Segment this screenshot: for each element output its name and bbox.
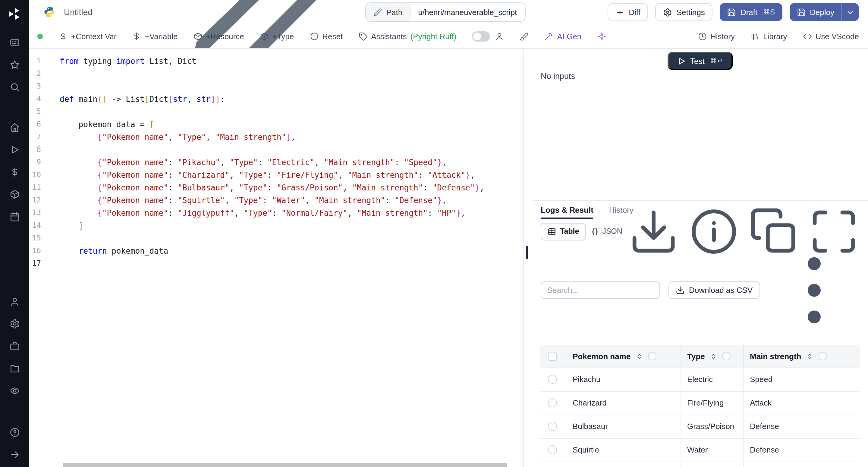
column-header: Pokemon name xyxy=(567,345,681,367)
table-row[interactable]: SquirtleWaterDefense xyxy=(540,438,860,462)
result-table: Pokemon nameTypeMain strength PikachuEle… xyxy=(540,345,860,467)
cell-value: Speed xyxy=(750,375,772,384)
path-label: Path xyxy=(386,7,403,17)
add-resource-button[interactable]: +Resource xyxy=(193,32,244,41)
dollar-icon xyxy=(59,32,67,41)
download-csv-button[interactable]: Download as CSV xyxy=(669,282,760,299)
column-header: Type xyxy=(681,345,744,367)
boxes-icon[interactable] xyxy=(0,183,29,206)
test-button[interactable]: Test ⌘↵ xyxy=(667,52,733,70)
sort-icon[interactable] xyxy=(806,352,814,360)
row-checkbox[interactable] xyxy=(548,398,557,407)
column-label: Pokemon name xyxy=(572,352,630,361)
column-filter-checkbox[interactable] xyxy=(648,352,656,360)
status-dot xyxy=(37,33,43,39)
code-line: 14 ] xyxy=(29,219,523,232)
deploy-dropdown-button[interactable] xyxy=(841,3,859,21)
library-button[interactable]: Library xyxy=(750,32,787,41)
code-line: 16 return pokemon_data xyxy=(29,245,523,257)
sidebar-group-0 xyxy=(0,31,29,98)
cell-value: Charizard xyxy=(572,398,607,407)
view-table-button[interactable]: Table xyxy=(541,223,586,240)
play-icon xyxy=(677,56,686,65)
result-controls: Table {} JSON xyxy=(532,219,868,244)
braces-icon: {} xyxy=(592,227,598,236)
settings-button[interactable]: Settings xyxy=(655,3,713,21)
format-code-button[interactable] xyxy=(520,32,529,41)
no-inputs-text: No inputs xyxy=(541,72,575,81)
table-menu-button[interactable] xyxy=(768,245,860,336)
add-context-var-button[interactable]: +Context Var xyxy=(59,32,117,41)
row-checkbox[interactable] xyxy=(548,445,557,454)
tab-logs-result[interactable]: Logs & Result xyxy=(541,201,593,219)
cell-value: Pikachu xyxy=(572,375,601,384)
cell-value: Defense xyxy=(750,422,779,431)
table-row[interactable]: JigglypuffNormal/FairyHP xyxy=(540,462,860,467)
diff-button[interactable]: Diff xyxy=(608,3,648,21)
arrow-right-icon[interactable] xyxy=(0,443,29,466)
path-chip[interactable]: Path xyxy=(366,3,410,21)
select-all-checkbox[interactable] xyxy=(548,352,557,361)
ai-gen-button[interactable]: AI Gen xyxy=(544,32,581,41)
dollar-icon[interactable] xyxy=(0,161,29,183)
column-label: Type xyxy=(687,352,705,361)
briefcase-icon[interactable] xyxy=(0,335,29,357)
gear-icon[interactable] xyxy=(0,313,29,335)
deploy-button[interactable]: Deploy xyxy=(789,3,841,21)
wand-icon xyxy=(544,32,553,41)
table-header-row: Pokemon nameTypeMain strength xyxy=(540,345,860,368)
path-pill[interactable]: Path u/henri/maneuverable_script xyxy=(365,2,526,22)
row-checkbox[interactable] xyxy=(548,375,557,384)
user-icon[interactable] xyxy=(0,290,29,313)
row-checkbox[interactable] xyxy=(548,422,557,431)
deploy-icon xyxy=(797,7,806,17)
eye-icon[interactable] xyxy=(0,380,29,402)
multiplayer-toggle-group xyxy=(472,31,504,41)
line-number: 2 xyxy=(29,67,41,80)
ai-sparkles-button[interactable] xyxy=(597,32,606,41)
code-line: 7 ["Pokemon name", "Type", "Main strengt… xyxy=(29,131,523,144)
table-row[interactable]: BulbasaurGrass/PoisonDefense xyxy=(540,415,860,438)
column-filter-checkbox[interactable] xyxy=(722,352,731,360)
column-header: Main strength xyxy=(744,345,860,367)
history-button[interactable]: History xyxy=(698,32,735,41)
sidebar-group-3 xyxy=(0,421,29,466)
column-filter-checkbox[interactable] xyxy=(818,352,827,360)
table-row[interactable]: PikachuElectricSpeed xyxy=(540,368,860,392)
line-number: 9 xyxy=(29,156,41,169)
draft-button[interactable]: Draft ⌘S xyxy=(720,3,782,21)
add-variable-button[interactable]: +Variable xyxy=(132,32,178,41)
script-title[interactable]: Untitled xyxy=(64,7,93,17)
assistants-button[interactable]: Assistants (Pyright Ruff) xyxy=(358,32,456,41)
windmill-logo[interactable] xyxy=(7,6,22,22)
table-search-row: Download as CSV xyxy=(532,244,868,336)
python-logo-icon xyxy=(43,6,56,18)
search-icon[interactable] xyxy=(0,76,29,98)
search-input[interactable] xyxy=(541,282,660,299)
header: Untitled Path u/henri/maneuverable_scrip… xyxy=(29,0,868,24)
use-vscode-button[interactable]: Use VScode xyxy=(803,32,859,41)
calendar-icon[interactable] xyxy=(0,206,29,228)
sort-icon[interactable] xyxy=(635,352,643,360)
table-row[interactable]: CharizardFire/FlyingAttack xyxy=(540,392,860,415)
view-json-button[interactable]: {} JSON xyxy=(586,223,628,240)
reset-button[interactable]: Reset xyxy=(310,32,343,41)
star-icon[interactable] xyxy=(0,54,29,76)
help-circle-icon[interactable] xyxy=(0,421,29,443)
cube-icon xyxy=(193,32,202,41)
horizontal-scrollbar[interactable] xyxy=(63,463,507,467)
keyboard-icon[interactable] xyxy=(0,31,29,54)
sort-icon[interactable] xyxy=(710,352,718,360)
line-number: 3 xyxy=(29,80,41,93)
code-editor[interactable]: 1from typing import List, Dict234def mai… xyxy=(29,49,523,467)
add-type-button[interactable]: +Type xyxy=(260,32,294,41)
splitter-drag-handle[interactable] xyxy=(526,246,528,259)
save-draft-icon xyxy=(727,7,736,17)
home-icon[interactable] xyxy=(0,116,29,138)
multiplayer-toggle[interactable] xyxy=(472,31,490,41)
folder-icon[interactable] xyxy=(0,357,29,380)
path-value[interactable]: u/henri/maneuverable_script xyxy=(410,7,525,17)
sidebar-group-2 xyxy=(0,290,29,402)
play-icon[interactable] xyxy=(0,138,29,161)
line-number: 8 xyxy=(29,144,41,156)
